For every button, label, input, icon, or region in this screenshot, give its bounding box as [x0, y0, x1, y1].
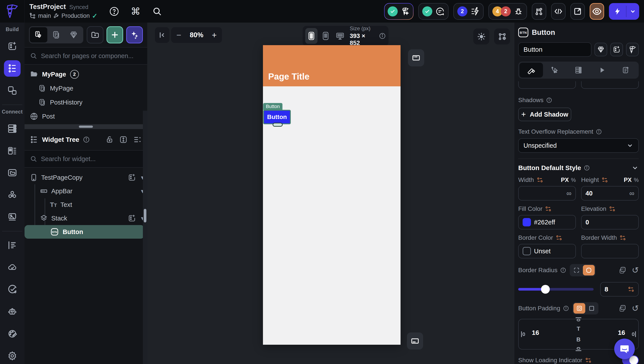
flutterflow-ai-button[interactable]: [626, 43, 639, 56]
rail-item-files[interactable]: [4, 164, 20, 181]
support-chat-launcher[interactable]: [614, 338, 635, 359]
rail-item-database[interactable]: [4, 120, 20, 137]
padding-top-label[interactable]: T: [577, 326, 580, 332]
set-from-variable-icon[interactable]: [609, 206, 616, 212]
rail-item-documentation[interactable]: [4, 237, 20, 254]
run-options-chevron[interactable]: [626, 8, 639, 15]
color-swatch[interactable]: [522, 218, 531, 226]
rail-item-integrations[interactable]: [4, 187, 20, 203]
page-row[interactable]: MyPage: [24, 81, 147, 95]
slider-thumb[interactable]: [541, 285, 550, 294]
unit-percent[interactable]: %: [634, 177, 639, 183]
padding-left-value[interactable]: 16: [532, 329, 539, 336]
page-title-text[interactable]: Page Title: [268, 72, 310, 82]
tab-pages-and-components[interactable]: [30, 27, 47, 42]
appbar-widget[interactable]: Page Title: [263, 45, 400, 86]
border-width-input[interactable]: [581, 244, 639, 258]
cropped-field[interactable]: [518, 81, 576, 89]
issues-status-pill[interactable]: 4 2: [488, 3, 527, 20]
inspector-scroll-area[interactable]: Shadows + Add Shadow Text Overflow Repla…: [518, 81, 639, 364]
version-control-button[interactable]: [532, 3, 546, 20]
device-tablet-button[interactable]: [320, 28, 332, 44]
info-icon[interactable]: [546, 97, 552, 103]
padding-per-side-option[interactable]: [574, 303, 585, 314]
rail-item-settings[interactable]: [4, 348, 20, 364]
info-icon[interactable]: [560, 267, 566, 273]
infinity-icon[interactable]: ∞: [566, 189, 572, 198]
rail-item-app-values[interactable]: [4, 142, 20, 159]
border-radius-value-input[interactable]: 8: [600, 282, 639, 296]
flutterflow-logo[interactable]: [0, 0, 24, 22]
set-from-variable-icon[interactable]: [628, 286, 634, 292]
tab-documentation[interactable]: [614, 63, 638, 78]
add-page-button[interactable]: [106, 26, 123, 44]
design-canvas[interactable]: − 80% + Size (px) 393 × 852 Page Title B…: [147, 22, 514, 364]
rail-item-deploy[interactable]: [4, 259, 20, 276]
unit-percent[interactable]: %: [571, 177, 576, 183]
canvas-settings-button[interactable]: [494, 28, 510, 44]
tab-properties[interactable]: [519, 63, 543, 78]
radius-uniform-option[interactable]: [583, 265, 595, 276]
info-icon[interactable]: [596, 129, 602, 135]
add-shadow-button[interactable]: + Add Shadow: [518, 108, 571, 121]
padding-right-icon[interactable]: [631, 330, 636, 338]
search-button[interactable]: [152, 6, 162, 16]
border-color-input[interactable]: Unset: [518, 244, 576, 258]
padding-top-icon[interactable]: [574, 317, 583, 322]
reset-value-icon[interactable]: ↺: [632, 304, 639, 312]
button-widget[interactable]: Button: [263, 110, 291, 124]
info-icon[interactable]: [563, 305, 569, 312]
rail-item-dashboard[interactable]: [4, 38, 20, 54]
widget-tree-info-icon[interactable]: [83, 136, 90, 143]
tab-components[interactable]: [65, 27, 82, 42]
tree-row-text[interactable]: TT Text: [24, 198, 147, 212]
copy-value-icon[interactable]: C: [618, 266, 626, 274]
theme-mode-toggle-button[interactable]: [473, 28, 489, 44]
widget-tree-scrollbar[interactable]: [143, 111, 147, 364]
cropped-field[interactable]: [581, 81, 639, 89]
help-button[interactable]: [109, 6, 119, 16]
device-phone-button[interactable]: [305, 28, 318, 44]
page-row[interactable]: Post: [24, 109, 147, 124]
command-menu-button[interactable]: ⌘: [131, 6, 140, 16]
lock-icon[interactable]: [106, 136, 114, 144]
page-row[interactable]: PostHistory: [24, 95, 147, 109]
elevation-input[interactable]: 0: [581, 215, 639, 230]
rail-item-tests[interactable]: [4, 282, 20, 298]
pages-search-input[interactable]: [41, 52, 142, 60]
actions-status-pill[interactable]: 2: [453, 3, 484, 20]
code-view-button[interactable]: [551, 3, 566, 20]
resize-handle[interactable]: [272, 123, 283, 127]
open-external-button[interactable]: [570, 3, 585, 20]
branch-name[interactable]: main: [38, 12, 51, 19]
padding-left-icon[interactable]: [520, 330, 526, 338]
tab-animations[interactable]: [590, 63, 614, 78]
toggle-navbar-button[interactable]: [407, 332, 423, 350]
height-input[interactable]: 40∞: [581, 186, 639, 200]
phone-preview[interactable]: Page Title Button Button: [263, 45, 400, 345]
tree-sort-icon[interactable]: [133, 135, 142, 144]
set-from-variable-icon[interactable]: [556, 235, 562, 240]
unit-px[interactable]: PX: [561, 177, 569, 184]
text-overflow-dropdown[interactable]: Unspecified: [518, 138, 639, 153]
padding-bottom-label[interactable]: B: [576, 336, 581, 343]
border-radius-slider[interactable]: [518, 288, 594, 290]
fill-color-input[interactable]: #262eff: [518, 215, 576, 230]
device-desktop-button[interactable]: [334, 28, 346, 44]
run-button[interactable]: [609, 3, 639, 20]
info-icon[interactable]: [584, 165, 590, 171]
tree-row-page[interactable]: TestPageCopy ▾: [24, 171, 147, 184]
collapse-section-chevron[interactable]: [631, 164, 639, 172]
add-widget-icon[interactable]: [128, 214, 136, 222]
reset-value-icon[interactable]: ↺: [632, 266, 639, 274]
zoom-out-button[interactable]: −: [176, 30, 181, 40]
rail-item-page-selector[interactable]: [4, 60, 20, 77]
set-from-variable-icon[interactable]: [537, 177, 543, 183]
page-folder-row[interactable]: MyPage 2: [24, 67, 147, 81]
set-from-variable-icon[interactable]: [620, 235, 626, 240]
widget-search-input[interactable]: [41, 155, 142, 162]
padding-bottom-icon[interactable]: [574, 346, 583, 352]
add-widget-icon[interactable]: [128, 173, 136, 182]
rail-item-components[interactable]: [4, 82, 20, 99]
tree-row-stack[interactable]: Stack ▾: [24, 212, 147, 225]
